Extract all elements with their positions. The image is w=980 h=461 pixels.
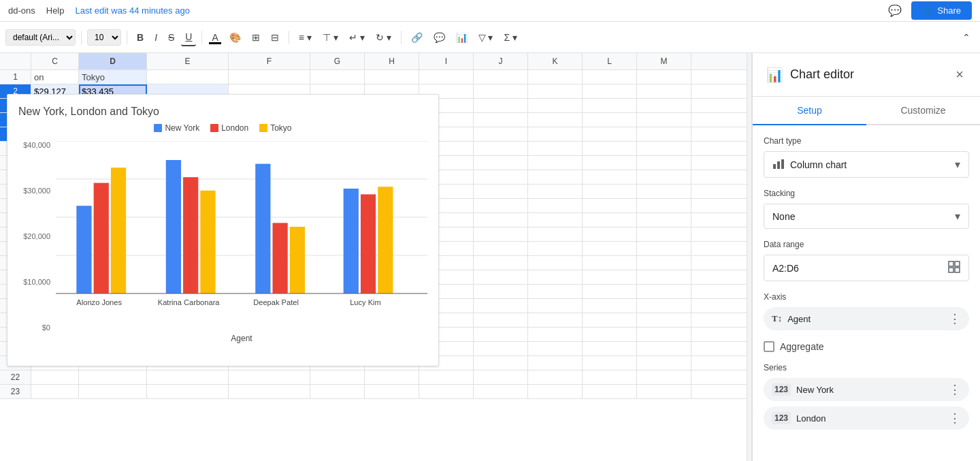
grid-cell[interactable]: [637, 213, 691, 227]
grid-cell[interactable]: [637, 328, 691, 341]
grid-cell[interactable]: [528, 142, 583, 155]
grid-cell[interactable]: [474, 285, 528, 298]
grid-cell[interactable]: [419, 370, 474, 384]
grid-cell[interactable]: [637, 185, 691, 198]
series-chip-new-york[interactable]: 123 New York ⋮: [764, 378, 969, 401]
grid-cell[interactable]: [583, 213, 637, 227]
grid-cell[interactable]: [310, 385, 365, 398]
grid-cell[interactable]: [637, 385, 691, 398]
grid-cell[interactable]: [365, 385, 419, 398]
grid-cell[interactable]: [474, 342, 528, 355]
grid-cell[interactable]: [583, 370, 637, 384]
col-header-g[interactable]: G: [310, 53, 365, 69]
grid-cell[interactable]: [637, 356, 691, 370]
cell-d1[interactable]: Tokyo: [79, 70, 147, 84]
grid-cell[interactable]: [474, 370, 528, 384]
grid-cell[interactable]: [583, 242, 637, 255]
align-button[interactable]: ≡ ▾: [295, 29, 316, 46]
bold-button[interactable]: B: [133, 29, 148, 46]
grid-cell[interactable]: [528, 199, 583, 212]
data-range-row[interactable]: A2:D6: [764, 255, 969, 281]
grid-cell[interactable]: [528, 328, 583, 341]
cell-l1[interactable]: [583, 70, 637, 84]
cell-k3[interactable]: [528, 99, 583, 112]
cell-m1[interactable]: [637, 70, 691, 84]
collapse-button[interactable]: ⌃: [958, 29, 975, 46]
grid-cell[interactable]: [474, 242, 528, 255]
grid-cell[interactable]: [583, 356, 637, 370]
cell-e1[interactable]: [147, 70, 229, 84]
series-ny-more-icon[interactable]: ⋮: [949, 382, 961, 397]
grid-cell[interactable]: [474, 313, 528, 327]
grid-cell[interactable]: [583, 199, 637, 212]
cell-m5[interactable]: [637, 127, 691, 141]
chart-type-dropdown[interactable]: Column chart ▾: [764, 151, 969, 178]
grid-cell[interactable]: [474, 185, 528, 198]
x-axis-chip[interactable]: T↕ Agent ⋮: [764, 307, 969, 330]
cell-j4[interactable]: [474, 113, 528, 127]
cell-f1[interactable]: [229, 70, 310, 84]
grid-cell[interactable]: [637, 170, 691, 184]
borders-button[interactable]: ⊞: [248, 29, 264, 46]
grid-cell[interactable]: [79, 385, 147, 398]
col-header-j[interactable]: J: [474, 53, 528, 69]
cell-i1[interactable]: [419, 70, 474, 84]
grid-cell[interactable]: [637, 256, 691, 270]
menu-addons[interactable]: dd-ons: [8, 5, 35, 16]
underline-button[interactable]: U: [181, 29, 196, 46]
tab-customize[interactable]: Customize: [866, 97, 980, 125]
grid-cell[interactable]: [528, 313, 583, 327]
merge-button[interactable]: ⊟: [267, 29, 283, 46]
grid-cell[interactable]: [229, 370, 310, 384]
grid-cell[interactable]: [583, 299, 637, 313]
grid-cell[interactable]: [528, 270, 583, 284]
comment-button[interactable]: 💬: [429, 29, 449, 46]
series-london-more-icon[interactable]: ⋮: [949, 411, 961, 426]
grid-cell[interactable]: [583, 170, 637, 184]
grid-cell[interactable]: [583, 256, 637, 270]
grid-cell[interactable]: [637, 285, 691, 298]
grid-cell[interactable]: [147, 385, 229, 398]
text-color-button[interactable]: A: [208, 29, 222, 46]
cell-m2[interactable]: [637, 84, 691, 98]
cell-g1[interactable]: [310, 70, 365, 84]
cell-k4[interactable]: [528, 113, 583, 127]
grid-cell[interactable]: [474, 170, 528, 184]
grid-cell[interactable]: [637, 142, 691, 155]
grid-cell[interactable]: [583, 227, 637, 241]
grid-cell[interactable]: [583, 156, 637, 170]
valign-button[interactable]: ⊤ ▾: [318, 29, 342, 46]
grid-cell[interactable]: [583, 328, 637, 341]
grid-cell[interactable]: [637, 342, 691, 355]
col-header-e[interactable]: E: [147, 53, 229, 69]
col-header-d[interactable]: D: [79, 53, 147, 69]
cell-k2[interactable]: [528, 84, 583, 98]
cell-l5[interactable]: [583, 127, 637, 141]
col-header-h[interactable]: H: [365, 53, 419, 69]
cell-l4[interactable]: [583, 113, 637, 127]
col-header-k[interactable]: K: [528, 53, 583, 69]
grid-cell[interactable]: [365, 370, 419, 384]
grid-cell[interactable]: [528, 285, 583, 298]
cell-k1[interactable]: [528, 70, 583, 84]
col-header-m[interactable]: M: [637, 53, 691, 69]
grid-cell[interactable]: [419, 385, 474, 398]
grid-cell[interactable]: [474, 156, 528, 170]
cell-k5[interactable]: [528, 127, 583, 141]
cell-h1[interactable]: [365, 70, 419, 84]
grid-cell[interactable]: [474, 199, 528, 212]
grid-cell[interactable]: [528, 242, 583, 255]
grid-cell[interactable]: [310, 370, 365, 384]
col-header-i[interactable]: I: [419, 53, 474, 69]
grid-cell[interactable]: [31, 385, 79, 398]
grid-cell[interactable]: [583, 142, 637, 155]
chat-icon[interactable]: 💬: [884, 1, 906, 20]
grid-cell[interactable]: [528, 227, 583, 241]
fill-color-button[interactable]: 🎨: [225, 29, 245, 46]
cell-j5[interactable]: [474, 127, 528, 141]
grid-cell[interactable]: [474, 299, 528, 313]
filter-button[interactable]: ▽ ▾: [474, 29, 497, 46]
grid-cell[interactable]: [583, 313, 637, 327]
grid-cell[interactable]: [474, 142, 528, 155]
grid-cell[interactable]: [528, 299, 583, 313]
